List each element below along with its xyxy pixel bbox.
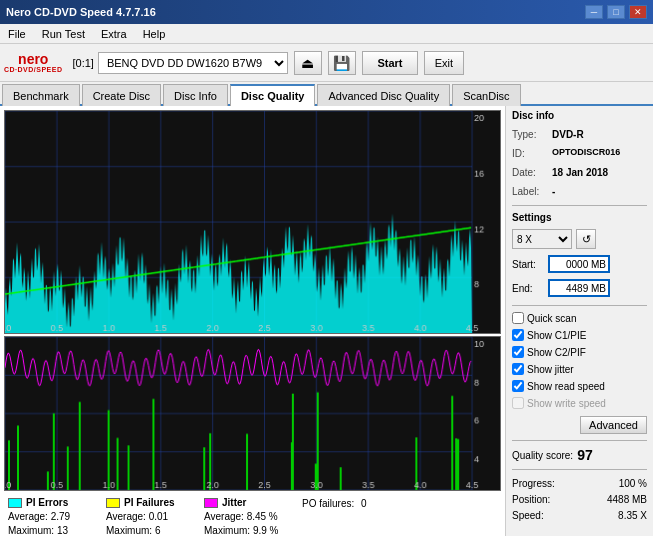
- divider-3: [512, 440, 647, 441]
- advanced-button[interactable]: Advanced: [580, 416, 647, 434]
- show-jitter-checkbox[interactable]: [512, 363, 524, 375]
- end-mb-input[interactable]: [548, 279, 610, 297]
- app-title: Nero CD-DVD Speed 4.7.7.16: [6, 6, 156, 18]
- header-area: nero CD·DVD/SPEED [0:1] BENQ DVD DD DW16…: [0, 44, 653, 82]
- disc-date-value: 18 Jan 2018: [552, 165, 608, 180]
- disc-label-value: -: [552, 184, 555, 199]
- pi-failures-stat: PI Failures Average: 0.01 Maximum: 6 Tot…: [106, 497, 196, 536]
- drive-dropdown[interactable]: BENQ DVD DD DW1620 B7W9: [98, 52, 288, 74]
- show-c1pie-label: Show C1/PIE: [527, 330, 586, 341]
- pi-failures-color: [106, 498, 120, 508]
- pi-errors-avg: Average: 2.79: [8, 510, 98, 524]
- quality-score-label: Quality score:: [512, 450, 573, 461]
- eject-button[interactable]: ⏏: [294, 51, 322, 75]
- show-c1pie-checkbox[interactable]: [512, 329, 524, 341]
- window-controls: ─ □ ✕: [585, 5, 647, 19]
- disc-type-value: DVD-R: [552, 127, 584, 142]
- tab-scandisc[interactable]: ScanDisc: [452, 84, 520, 106]
- disc-type-label: Type:: [512, 127, 552, 142]
- progress-section: Progress: 100 % Position: 4488 MB Speed:…: [512, 476, 647, 524]
- show-read-speed-row: Show read speed: [512, 380, 647, 392]
- end-mb-label: End:: [512, 283, 544, 294]
- progress-label: Progress:: [512, 476, 555, 492]
- disc-label-row: Label: -: [512, 184, 647, 199]
- jitter-color: [204, 498, 218, 508]
- tab-disc-quality[interactable]: Disc Quality: [230, 84, 316, 106]
- tab-advanced-disc-quality[interactable]: Advanced Disc Quality: [317, 84, 450, 106]
- quality-score-value: 97: [577, 447, 593, 463]
- quick-scan-checkbox[interactable]: [512, 312, 524, 324]
- pi-errors-stat: PI Errors Average: 2.79 Maximum: 13 Tota…: [8, 497, 98, 536]
- bottom-chart: [4, 336, 501, 491]
- settings-title: Settings: [512, 212, 647, 223]
- start-mb-input[interactable]: [548, 255, 610, 273]
- quick-scan-row: Quick scan: [512, 312, 647, 324]
- disc-label-label: Label:: [512, 184, 552, 199]
- main-content: PI Errors Average: 2.79 Maximum: 13 Tota…: [0, 106, 653, 536]
- po-failures-row: PO failures: 0: [302, 497, 382, 511]
- quick-scan-label: Quick scan: [527, 313, 576, 324]
- show-jitter-row: Show jitter: [512, 363, 647, 375]
- position-row: Position: 4488 MB: [512, 492, 647, 508]
- save-button[interactable]: 💾: [328, 51, 356, 75]
- show-write-speed-checkbox[interactable]: [512, 397, 524, 409]
- close-button[interactable]: ✕: [629, 5, 647, 19]
- tab-disc-info[interactable]: Disc Info: [163, 84, 228, 106]
- disc-info-title: Disc info: [512, 110, 647, 121]
- menu-help[interactable]: Help: [139, 27, 170, 41]
- divider-1: [512, 205, 647, 206]
- show-c1pie-row: Show C1/PIE: [512, 329, 647, 341]
- minimize-button[interactable]: ─: [585, 5, 603, 19]
- exit-button[interactable]: Exit: [424, 51, 464, 75]
- logo-sub: CD·DVD/SPEED: [4, 66, 63, 73]
- logo: nero CD·DVD/SPEED: [4, 52, 63, 73]
- disc-type-row: Type: DVD-R: [512, 127, 647, 142]
- pi-failures-avg: Average: 0.01: [106, 510, 196, 524]
- pi-errors-title: PI Errors: [26, 497, 68, 508]
- show-c2pif-checkbox[interactable]: [512, 346, 524, 358]
- end-mb-row: End:: [512, 279, 647, 297]
- speed-dropdown[interactable]: 8 X: [512, 229, 572, 249]
- refresh-button[interactable]: ↺: [576, 229, 596, 249]
- start-button[interactable]: Start: [362, 51, 418, 75]
- show-read-speed-checkbox[interactable]: [512, 380, 524, 392]
- right-panel: Disc info Type: DVD-R ID: OPTODISCR016 D…: [505, 106, 653, 536]
- show-write-speed-label: Show write speed: [527, 398, 606, 409]
- disc-id-row: ID: OPTODISCR016: [512, 146, 647, 161]
- disc-id-label: ID:: [512, 146, 552, 161]
- speed-settings-row: 8 X ↺: [512, 229, 647, 249]
- drive-label: [0:1]: [73, 57, 94, 69]
- pi-failures-title: PI Failures: [124, 497, 175, 508]
- speed-value: 8.35 X: [618, 508, 647, 524]
- divider-4: [512, 469, 647, 470]
- tab-benchmark[interactable]: Benchmark: [2, 84, 80, 106]
- disc-id-value: OPTODISCR016: [552, 146, 620, 161]
- position-value: 4488 MB: [607, 492, 647, 508]
- jitter-max: Maximum: 9.9 %: [204, 524, 294, 536]
- menu-runtest[interactable]: Run Test: [38, 27, 89, 41]
- menu-bar: File Run Test Extra Help: [0, 24, 653, 44]
- disc-date-label: Date:: [512, 165, 552, 180]
- position-label: Position:: [512, 492, 550, 508]
- progress-row: Progress: 100 %: [512, 476, 647, 492]
- chart-area: PI Errors Average: 2.79 Maximum: 13 Tota…: [0, 106, 505, 536]
- jitter-avg: Average: 8.45 %: [204, 510, 294, 524]
- po-failures-stat: PO failures: 0: [302, 497, 382, 536]
- jitter-title: Jitter: [222, 497, 246, 508]
- progress-value: 100 %: [619, 476, 647, 492]
- drive-selector: [0:1] BENQ DVD DD DW1620 B7W9: [73, 52, 288, 74]
- start-mb-row: Start:: [512, 255, 647, 273]
- show-c2pif-row: Show C2/PIF: [512, 346, 647, 358]
- title-bar: Nero CD-DVD Speed 4.7.7.16 ─ □ ✕: [0, 0, 653, 24]
- tab-create-disc[interactable]: Create Disc: [82, 84, 161, 106]
- pi-errors-color: [8, 498, 22, 508]
- menu-file[interactable]: File: [4, 27, 30, 41]
- speed-label: Speed:: [512, 508, 544, 524]
- maximize-button[interactable]: □: [607, 5, 625, 19]
- show-read-speed-label: Show read speed: [527, 381, 605, 392]
- show-c2pif-label: Show C2/PIF: [527, 347, 586, 358]
- stats-bar: PI Errors Average: 2.79 Maximum: 13 Tota…: [4, 493, 501, 536]
- menu-extra[interactable]: Extra: [97, 27, 131, 41]
- quality-score-row: Quality score: 97: [512, 447, 647, 463]
- show-jitter-label: Show jitter: [527, 364, 574, 375]
